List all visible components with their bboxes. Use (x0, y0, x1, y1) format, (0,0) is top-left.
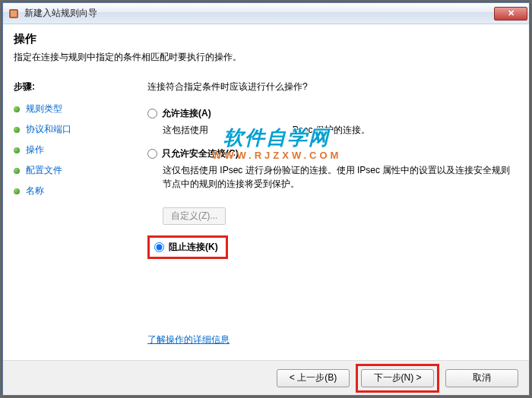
radio-allow-label: 允许连接(A) (162, 107, 211, 120)
option-secure: 只允许安全连接(C) 这仅包括使用 IPsec 进行身份验证的连接。使用 IPs… (147, 147, 511, 191)
svg-rect-1 (11, 11, 17, 17)
option-secure-desc: 这仅包括使用 IPsec 进行身份验证的连接。使用 IPsec 属性中的设置以及… (163, 163, 511, 191)
step-link[interactable]: 操作 (26, 144, 44, 156)
options-panel: 连接符合指定条件时应该进行什么操作? 允许连接(A) 这包括使用 XXXXXXX… (140, 73, 529, 360)
window-title: 新建入站规则向导 (24, 7, 97, 20)
page-title: 操作 (14, 32, 518, 46)
option-block-connection: 阻止连接(K) (147, 235, 511, 259)
radio-secure-label: 只允许安全连接(C) (162, 147, 239, 160)
bullet-icon (14, 168, 20, 174)
main-area: 步骤: 规则类型 协议和端口 操作 配置文件 名称 连接符合指定条件时应该进行什… (3, 73, 529, 360)
bullet-icon (14, 147, 20, 153)
page-subtitle: 指定在连接与规则中指定的条件相匹配时要执行的操作。 (14, 51, 518, 64)
step-profile[interactable]: 配置文件 (14, 164, 129, 177)
step-protocol-port[interactable]: 协议和端口 (14, 123, 129, 136)
step-link[interactable]: 配置文件 (26, 164, 62, 177)
wizard-footer: < 上一步(B) 下一步(N) > 取消 (3, 360, 529, 395)
step-list: 规则类型 协议和端口 操作 配置文件 名称 (14, 103, 129, 197)
step-rule-type[interactable]: 规则类型 (14, 103, 129, 115)
step-link[interactable]: 协议和端口 (26, 123, 71, 136)
radio-block[interactable] (154, 242, 164, 252)
customize-button: 自定义(Z)... (163, 207, 226, 225)
step-link[interactable]: 规则类型 (26, 103, 62, 115)
titlebar: 新建入站规则向导 ✕ (3, 3, 529, 24)
step-action[interactable]: 操作 (14, 144, 129, 156)
radio-secure[interactable] (147, 149, 157, 159)
radio-allow[interactable] (147, 109, 157, 118)
bullet-icon (14, 188, 20, 194)
app-icon (8, 8, 20, 20)
highlight-box: 阻止连接(K) (147, 235, 228, 259)
radio-block-label: 阻止连接(K) (169, 241, 218, 254)
next-button[interactable]: 下一步(N) > (361, 369, 434, 387)
more-info-row: 了解操作的详细信息 (147, 333, 230, 346)
panel-question: 连接符合指定条件时应该进行什么操作? (147, 81, 511, 93)
content-area: 操作 指定在连接与规则中指定的条件相匹配时要执行的操作。 步骤: 规则类型 协议… (3, 24, 529, 395)
back-button[interactable]: < 上一步(B) (277, 369, 350, 387)
step-link[interactable]: 名称 (26, 185, 44, 197)
step-name[interactable]: 名称 (14, 185, 129, 197)
wizard-window: 新建入站规则向导 ✕ 操作 指定在连接与规则中指定的条件相匹配时要执行的操作。 … (2, 2, 530, 396)
bullet-icon (14, 106, 20, 112)
option-allow: 允许连接(A) 这包括使用 XXXXXXXXXXXXX Psec 保护的连接。 (147, 107, 511, 137)
close-icon: ✕ (508, 8, 515, 18)
bullet-icon (14, 127, 20, 133)
more-info-link[interactable]: 了解操作的详细信息 (147, 334, 230, 345)
sidebar-title: 步骤: (14, 81, 129, 93)
next-highlight-box: 下一步(N) > (356, 364, 439, 393)
cancel-button[interactable]: 取消 (445, 369, 518, 387)
option-allow-desc: 这包括使用 XXXXXXXXXXXXX Psec 保护的连接。 (163, 123, 511, 137)
steps-sidebar: 步骤: 规则类型 协议和端口 操作 配置文件 名称 (3, 73, 140, 360)
page-header: 操作 指定在连接与规则中指定的条件相匹配时要执行的操作。 (3, 24, 529, 70)
close-button[interactable]: ✕ (494, 7, 527, 21)
